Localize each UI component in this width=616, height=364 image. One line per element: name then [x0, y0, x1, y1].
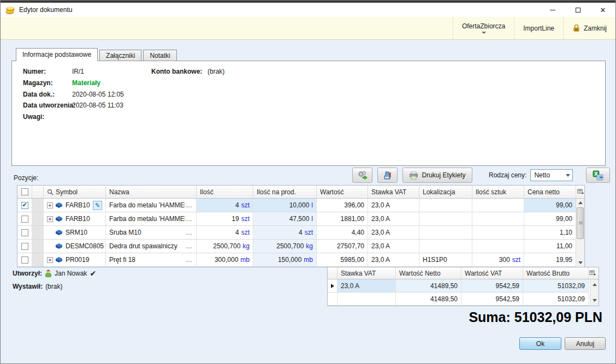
- grid-scrollbar[interactable]: [576, 199, 584, 267]
- row-checkbox[interactable]: [21, 202, 28, 209]
- ilosc-sztuk-cell[interactable]: [472, 212, 524, 226]
- ilosc-prod-cell[interactable]: 4szt: [253, 226, 317, 240]
- row-details-button[interactable]: [185, 256, 193, 264]
- scrollbar-down-button[interactable]: [576, 259, 584, 267]
- wartosc-cell[interactable]: 396,00: [317, 199, 368, 212]
- header-nazwa[interactable]: Nazwa: [106, 186, 197, 198]
- header-ilosc-sztuk[interactable]: Ilość sztuk: [472, 186, 524, 198]
- generate-related-button[interactable]: [352, 168, 372, 183]
- nazwa-cell[interactable]: Farba do metalu 'HAMMER...: [106, 199, 197, 212]
- vat-header-netto[interactable]: Wartość Netto: [396, 267, 461, 279]
- header-lokalizacja[interactable]: Lokalizacja: [419, 186, 472, 198]
- edit-row-button[interactable]: ✎: [93, 201, 102, 210]
- header-ilosc[interactable]: Ilość: [197, 186, 253, 198]
- stawka-vat-cell[interactable]: 23,0 A: [368, 212, 419, 226]
- ilosc-prod-cell[interactable]: 47,500l: [253, 212, 317, 226]
- lokalizacja-cell[interactable]: [419, 199, 472, 212]
- wartosc-cell[interactable]: 27507,70: [317, 240, 368, 253]
- header-select-all[interactable]: [17, 186, 32, 198]
- ilosc-cell[interactable]: 19szt: [197, 212, 253, 226]
- vat-summary-row[interactable]: 23,0 A 41489,50 9542,59 51032,09: [328, 279, 599, 293]
- ilosc-prod-cell[interactable]: 10,000l: [253, 199, 317, 212]
- minimize-button[interactable]: [540, 3, 565, 17]
- vat-vat-cell[interactable]: 9542,59: [461, 279, 523, 293]
- nazwa-cell[interactable]: Pręt fi 18: [106, 253, 197, 267]
- row-checkbox[interactable]: [21, 216, 28, 223]
- drukuj-etykiety-button[interactable]: Drukuj Etykiety: [402, 168, 472, 183]
- nazwa-cell[interactable]: Farba do metalu 'HAMMER...: [106, 212, 197, 226]
- vat-summary-total-row[interactable]: 41489,50 9542,59 51032,09: [328, 293, 599, 306]
- export-excel-button[interactable]: X: [586, 168, 610, 183]
- vat-header-brutto[interactable]: Wartość Brutto: [523, 267, 589, 279]
- scrollbar-thumb[interactable]: [577, 207, 584, 239]
- ilosc-prod-cell[interactable]: 2500,700kg: [253, 240, 317, 253]
- nazwa-cell[interactable]: Śruba M10: [106, 226, 197, 240]
- wartosc-cell[interactable]: 1881,00: [317, 212, 368, 226]
- ilosc-sztuk-cell[interactable]: 300szt: [472, 253, 524, 267]
- cena-netto-cell[interactable]: 11,00: [524, 240, 576, 253]
- table-row[interactable]: PR0019 Pręt fi 18 300,000mb 150,000mb 59…: [17, 253, 584, 267]
- vat-brutto-cell[interactable]: 51032,09: [523, 293, 589, 306]
- row-details-button[interactable]: [185, 242, 193, 250]
- lokalizacja-cell[interactable]: [419, 240, 472, 253]
- symbol-cell[interactable]: FARB10 ✎: [44, 199, 106, 212]
- expand-button[interactable]: [47, 216, 53, 222]
- row-checkbox[interactable]: [21, 229, 28, 236]
- label-device-button[interactable]: [377, 168, 398, 183]
- tab-informacje-podstawowe[interactable]: Informacje podstawowe: [16, 48, 98, 61]
- expand-button[interactable]: [47, 257, 53, 263]
- symbol-cell[interactable]: SRM10: [44, 226, 106, 240]
- ilosc-sztuk-cell[interactable]: [472, 199, 524, 212]
- header-ilosc-na-prod[interactable]: Ilość na prod.: [253, 186, 317, 198]
- stawka-vat-cell[interactable]: 23,0 A: [368, 226, 419, 240]
- stawka-vat-cell[interactable]: 23,0 A: [368, 240, 419, 253]
- ok-button[interactable]: Ok: [519, 337, 561, 350]
- ilosc-cell[interactable]: 4szt: [197, 199, 253, 212]
- symbol-cell[interactable]: FARB10: [44, 212, 106, 226]
- header-cena-netto[interactable]: Cena netto: [524, 186, 576, 198]
- vat-netto-cell[interactable]: 41489,50: [396, 293, 461, 306]
- lokalizacja-cell[interactable]: H1S1P0: [419, 253, 472, 267]
- select-all-checkbox[interactable]: [21, 188, 28, 195]
- rodzaj-ceny-select[interactable]: Netto: [530, 169, 573, 181]
- zamknij-button[interactable]: Zamknij: [563, 17, 615, 39]
- row-details-button[interactable]: [185, 229, 193, 236]
- cena-netto-cell[interactable]: 99,00: [524, 199, 576, 212]
- tab-notatki[interactable]: Notatki: [143, 50, 176, 61]
- ilosc-cell[interactable]: 4szt: [197, 226, 253, 240]
- symbol-cell[interactable]: DESMC0805: [44, 240, 106, 253]
- vat-brutto-cell[interactable]: 51032,09: [523, 279, 589, 293]
- scrollbar-up-button[interactable]: [576, 199, 584, 207]
- stawka-vat-cell[interactable]: 23,0 A: [368, 199, 419, 212]
- vat-vat-cell[interactable]: 9542,59: [461, 293, 523, 306]
- maximize-button[interactable]: [565, 3, 590, 17]
- row-details-button[interactable]: [185, 215, 193, 223]
- ilosc-prod-cell[interactable]: 150,000mb: [253, 253, 317, 267]
- lokalizacja-cell[interactable]: [419, 226, 472, 240]
- scrollbar-down-button[interactable]: [590, 296, 599, 305]
- vat-stawka-cell[interactable]: [337, 293, 396, 306]
- table-row[interactable]: FARB10 Farba do metalu 'HAMMER... 19szt …: [17, 212, 584, 226]
- vat-header-vat[interactable]: Wartość VAT: [461, 267, 523, 279]
- vat-header-stawka[interactable]: Stawka VAT: [337, 267, 396, 279]
- column-chooser-button[interactable]: [576, 186, 584, 198]
- row-checkbox[interactable]: [21, 256, 28, 264]
- ilosc-sztuk-cell[interactable]: [472, 226, 524, 240]
- table-row[interactable]: DESMC0805 Dedra drut spawalniczy 2500,70…: [17, 240, 584, 253]
- cena-netto-cell[interactable]: 19,95: [524, 253, 576, 267]
- ilosc-sztuk-cell[interactable]: [472, 240, 524, 253]
- table-row[interactable]: SRM10 Śruba M10 4szt 4szt 4,40 23,0 A 1,…: [17, 226, 584, 240]
- cena-netto-cell[interactable]: 1,10: [524, 226, 576, 240]
- vat-column-chooser-button[interactable]: [589, 267, 599, 279]
- ilosc-cell[interactable]: 300,000mb: [197, 253, 253, 267]
- lokalizacja-cell[interactable]: [419, 212, 472, 226]
- vat-scrollbar[interactable]: [590, 279, 599, 306]
- wartosc-cell[interactable]: 5985,00: [317, 253, 368, 267]
- vat-netto-cell[interactable]: 41489,50: [396, 279, 461, 293]
- vat-stawka-cell[interactable]: 23,0 A: [337, 279, 396, 293]
- header-symbol[interactable]: Symbol: [44, 186, 106, 198]
- row-checkbox[interactable]: [21, 243, 28, 250]
- oferta-zbiorcza-button[interactable]: OfertaZbiorcza: [453, 17, 514, 39]
- tab-zalaczniki[interactable]: Załączniki: [99, 50, 141, 61]
- header-wartosc[interactable]: Wartość: [317, 186, 368, 198]
